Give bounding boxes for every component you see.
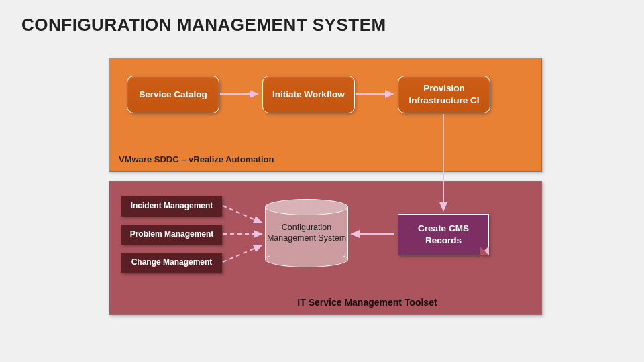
node-provision-ci: Provision Infrastructure CI — [398, 76, 490, 113]
page-title: CONFIGURATION MANAGEMENT SYSTEM — [21, 15, 386, 36]
panel-bottom-label: IT Service Management Toolset — [297, 297, 437, 308]
note-label: Create CMS Records — [405, 223, 482, 246]
cylinder-label: Configuration Management System — [265, 222, 348, 244]
note-create-cms-records: Create CMS Records — [398, 214, 489, 255]
node-label: Problem Management — [130, 229, 214, 240]
node-initiate-workflow: Initiate Workflow — [262, 76, 355, 113]
node-service-catalog: Service Catalog — [127, 76, 219, 113]
panel-vmware-sddc: Service Catalog Initiate Workflow Provis… — [109, 58, 542, 172]
node-label: Incident Management — [131, 201, 213, 212]
node-label: Provision Infrastructure CI — [405, 82, 483, 106]
node-label: Service Catalog — [139, 88, 207, 101]
node-label: Initiate Workflow — [272, 88, 345, 101]
panel-top-label: VMware SDDC – vRealize Automation — [119, 154, 274, 164]
node-incident-management: Incident Management — [121, 196, 222, 217]
cylinder-cms: Configuration Management System — [265, 199, 348, 267]
node-label: Change Management — [131, 257, 213, 268]
panel-itsm-toolset: Incident Management Problem Management C… — [109, 181, 542, 315]
node-problem-management: Problem Management — [121, 225, 222, 245]
node-change-management: Change Management — [121, 253, 222, 273]
